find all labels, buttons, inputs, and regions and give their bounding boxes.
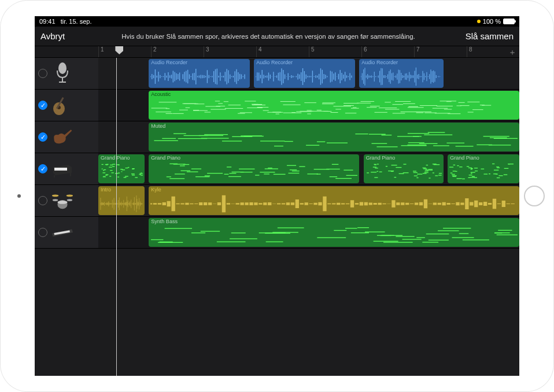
svg-rect-306 [231,232,246,233]
svg-rect-281 [499,175,503,176]
region[interactable]: Muted [149,123,519,151]
region[interactable]: Audio Recorder [254,59,355,88]
svg-rect-308 [452,237,474,238]
svg-rect-38 [272,112,281,112]
bass-icon [51,125,74,149]
svg-rect-189 [175,173,185,174]
track-lane[interactable]: IntroKyle [98,185,519,216]
svg-rect-274 [457,165,459,166]
region[interactable]: Acoustic [149,91,519,120]
track-checkbox[interactable] [38,196,47,205]
track-lane[interactable]: Acoustic [98,90,519,121]
svg-rect-291 [489,173,490,174]
svg-rect-199 [207,173,223,173]
region-label: Grand Piano [366,156,441,161]
svg-rect-198 [183,164,190,165]
svg-rect-52 [323,102,336,103]
track-checkbox[interactable] [38,164,47,173]
svg-rect-188 [170,178,185,179]
region-label: Intro [101,187,142,193]
region[interactable]: Grand Piano [98,154,145,183]
svg-rect-217 [317,173,321,174]
track-header[interactable] [35,121,98,153]
svg-rect-147 [121,171,123,172]
svg-rect-64 [367,107,376,108]
svg-rect-124 [274,146,283,146]
svg-rect-55 [334,106,352,106]
svg-rect-226 [429,177,430,178]
region[interactable]: Kyle [149,186,519,215]
track-row: Acoustic [35,90,519,121]
svg-rect-249 [376,164,378,164]
status-time: 09:41 [39,18,56,25]
svg-rect-202 [260,172,275,172]
region[interactable]: Audio Recorder [149,59,250,88]
svg-rect-67 [379,108,397,108]
svg-rect-14 [186,108,190,108]
svg-rect-313 [438,230,459,231]
track-checkbox[interactable] [38,132,47,142]
svg-rect-105 [377,146,398,147]
region-content [150,226,518,245]
svg-rect-197 [191,168,201,169]
svg-rect-266 [481,169,485,169]
svg-rect-91 [468,112,474,113]
add-section-button[interactable]: ＋ [508,47,517,58]
cancel-button[interactable]: Avbryt [40,31,81,41]
svg-rect-62 [357,103,371,103]
svg-rect-68 [385,109,400,110]
svg-rect-229 [439,173,442,173]
svg-rect-246 [375,168,378,168]
region[interactable]: Grand Piano [448,154,519,183]
svg-rect-255 [374,177,378,177]
timeline-ruler[interactable]: ＋ 12345678 [35,46,519,58]
home-button[interactable] [524,186,545,206]
tracks-area: Audio RecorderAudio RecorderAudio Record… [35,58,519,376]
svg-rect-107 [154,140,178,141]
svg-rect-324 [317,237,346,238]
svg-rect-323 [191,232,205,233]
playhead-marker[interactable] [115,46,123,54]
track-lane[interactable]: Synth Bass [98,217,519,248]
svg-rect-235 [416,177,418,178]
track-lane[interactable]: Muted [98,121,519,153]
status-date: tir. 15. sep. [61,18,92,25]
svg-rect-341 [377,235,394,236]
svg-rect-232 [379,172,382,172]
svg-rect-35 [257,107,269,108]
track-header[interactable] [35,58,98,89]
region[interactable]: Audio Recorder [359,59,444,88]
track-header[interactable] [35,90,98,121]
merge-button[interactable]: Slå sammen [456,31,514,41]
svg-rect-250 [427,170,432,171]
track-checkbox[interactable] [38,101,47,110]
svg-rect-127 [477,145,493,145]
svg-rect-25 [224,101,228,102]
track-checkbox[interactable] [38,228,47,237]
region[interactable]: Grand Piano [364,154,444,183]
track-checkbox[interactable] [38,69,47,78]
region[interactable]: Synth Bass [149,218,519,247]
acoustic-guitar-icon [51,94,74,117]
region[interactable]: Intro [98,186,145,215]
svg-rect-30 [245,101,256,101]
svg-rect-74 [401,112,418,112]
svg-rect-150 [141,175,143,175]
svg-rect-214 [170,164,178,164]
track-lane[interactable]: Audio RecorderAudio RecorderAudio Record… [98,58,519,89]
svg-rect-196 [205,175,210,176]
svg-rect-183 [228,176,241,177]
track-header[interactable] [35,217,98,248]
svg-rect-327 [374,241,398,242]
ruler-mark: 8 [467,46,472,57]
svg-rect-58 [344,103,359,103]
piano-icon [51,157,74,180]
svg-rect-50 [317,110,322,110]
svg-rect-156 [103,170,104,171]
track-header[interactable] [35,185,98,216]
track-header[interactable] [35,153,98,184]
svg-rect-122 [408,133,429,134]
region[interactable]: Grand Piano [149,154,359,183]
track-lane[interactable]: Grand PianoGrand PianoGrand PianoGrand P… [98,153,519,184]
svg-rect-228 [413,171,416,171]
